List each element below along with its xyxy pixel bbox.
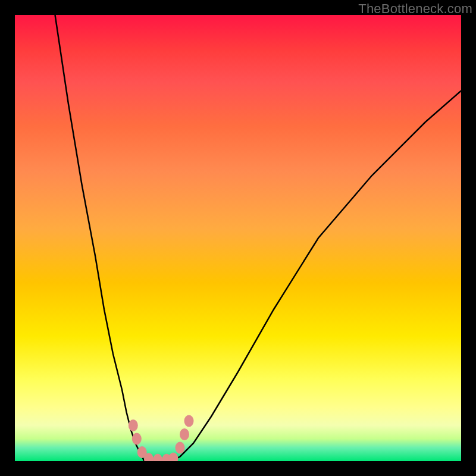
watermark-text: TheBottleneck.com <box>358 1 472 17</box>
chart-svg <box>15 15 461 461</box>
bottleneck-curve <box>55 15 462 461</box>
plot-area <box>15 15 461 461</box>
bead-marker <box>180 428 189 440</box>
bead-marker <box>176 442 185 454</box>
bead-marker <box>129 419 138 431</box>
bead-marker <box>168 453 178 462</box>
bead-marker <box>132 433 142 445</box>
bead-marker <box>153 454 162 461</box>
bead-marker <box>184 415 194 427</box>
marker-beads <box>129 415 194 462</box>
chart-frame: TheBottleneck.com <box>0 0 476 476</box>
